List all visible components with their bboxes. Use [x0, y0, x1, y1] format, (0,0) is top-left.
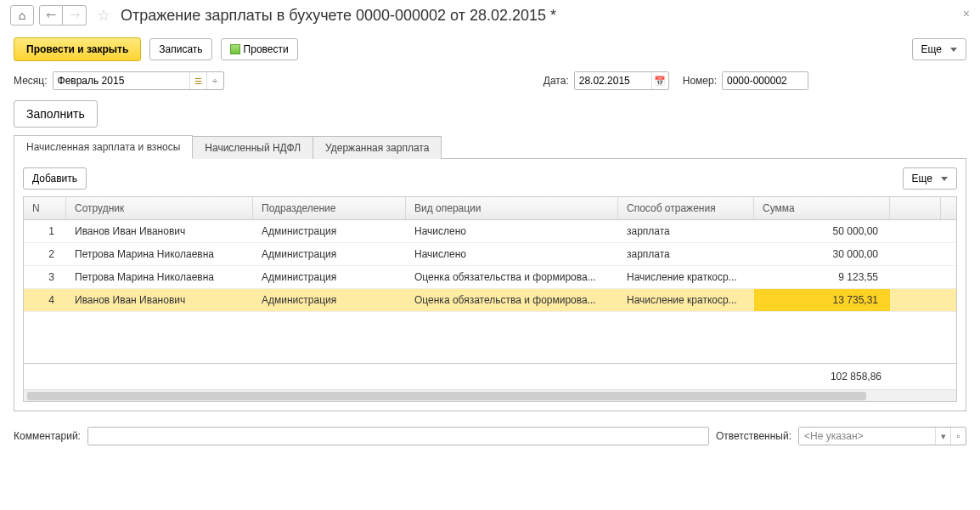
- cell-department: Администрация: [253, 243, 406, 265]
- cell-method: зарплата: [618, 220, 754, 242]
- back-button[interactable]: 🡐: [39, 5, 63, 26]
- number-label: Номер:: [683, 75, 717, 87]
- comment-input[interactable]: [87, 427, 709, 445]
- more-button[interactable]: Еще: [912, 38, 966, 60]
- comment-label: Комментарий:: [14, 430, 81, 442]
- table-row[interactable]: 1Иванов Иван ИвановичАдминистрацияНачисл…: [24, 220, 956, 243]
- cell-amount: 9 123,55: [754, 266, 890, 288]
- cell-department: Администрация: [253, 220, 406, 242]
- cell-department: Администрация: [253, 266, 406, 288]
- chevron-down-icon: [950, 48, 957, 52]
- home-icon: [19, 8, 25, 22]
- post-button[interactable]: Провести: [221, 38, 298, 60]
- col-method[interactable]: Способ отражения: [618, 197, 754, 219]
- tab-salary-contributions[interactable]: Начисленная зарплата и взносы: [14, 135, 193, 159]
- cell-n: 1: [24, 220, 66, 242]
- col-department[interactable]: Подразделение: [253, 197, 406, 219]
- cell-department: Администрация: [253, 289, 406, 311]
- page-title: Отражение зарплаты в бухучете 0000-00000…: [121, 7, 556, 25]
- salary-grid: N Сотрудник Подразделение Вид операции С…: [23, 196, 957, 402]
- cell-method: зарплата: [618, 243, 754, 265]
- col-employee[interactable]: Сотрудник: [66, 197, 253, 219]
- calendar-icon[interactable]: [651, 72, 668, 89]
- month-step-icon[interactable]: ÷: [206, 72, 223, 89]
- panel-more-button[interactable]: Еще: [903, 167, 957, 190]
- tab-ndfl[interactable]: Начисленный НДФЛ: [192, 136, 313, 159]
- table-row[interactable]: 4Иванов Иван ИвановичАдминистрацияОценка…: [24, 289, 956, 312]
- tab-panel: Добавить Еще N Сотрудник Подразделение В…: [14, 158, 966, 411]
- close-button[interactable]: ×: [963, 7, 970, 20]
- responsible-label: Ответственный:: [716, 430, 791, 442]
- date-label: Дата:: [544, 75, 569, 87]
- col-n[interactable]: N: [24, 197, 66, 219]
- post-label: Провести: [244, 43, 289, 55]
- month-input[interactable]: ÷: [53, 71, 224, 90]
- more-label: Еще: [921, 43, 942, 55]
- horizontal-scrollbar[interactable]: [24, 389, 956, 401]
- chevron-down-icon: [941, 177, 948, 181]
- month-picker-icon[interactable]: [189, 72, 206, 89]
- fill-button[interactable]: Заполнить: [14, 100, 98, 128]
- home-button[interactable]: [10, 5, 34, 26]
- table-row[interactable]: 3Петрова Марина НиколаевнаАдминистрацияО…: [24, 266, 956, 289]
- cell-method: Начисление краткоср...: [618, 266, 754, 288]
- month-label: Месяц:: [14, 75, 48, 87]
- open-ref-icon[interactable]: ▫: [950, 428, 966, 445]
- panel-more-label: Еще: [912, 173, 932, 184]
- responsible-select[interactable]: ▾ ▫: [798, 427, 966, 445]
- grid-total: 102 858,86: [754, 364, 890, 389]
- cell-employee: Петрова Марина Николаевна: [66, 266, 253, 288]
- grid-footer: 102 858,86: [24, 363, 956, 389]
- col-amount[interactable]: Сумма: [754, 197, 890, 219]
- grid-header: N Сотрудник Подразделение Вид операции С…: [24, 197, 956, 220]
- number-input[interactable]: [722, 71, 808, 90]
- col-operation[interactable]: Вид операции: [406, 197, 618, 219]
- favorite-star-icon[interactable]: ☆: [97, 6, 110, 25]
- tab-withheld[interactable]: Удержанная зарплата: [313, 136, 442, 159]
- cell-employee: Иванов Иван Иванович: [66, 220, 253, 242]
- add-row-button[interactable]: Добавить: [23, 167, 87, 190]
- cell-employee: Петрова Марина Николаевна: [66, 243, 253, 265]
- arrow-left-icon: 🡐: [46, 9, 56, 21]
- table-row[interactable]: 2Петрова Марина НиколаевнаАдминистрацияН…: [24, 243, 956, 266]
- save-button[interactable]: Записать: [149, 38, 211, 60]
- cell-n: 3: [24, 266, 66, 288]
- cell-operation: Начислено: [406, 220, 618, 242]
- post-icon: [230, 44, 240, 54]
- select-caret-icon[interactable]: ▾: [935, 428, 950, 445]
- forward-button[interactable]: 🡒: [63, 5, 87, 26]
- cell-n: 4: [24, 289, 66, 311]
- post-and-close-button[interactable]: Провести и закрыть: [14, 37, 141, 61]
- cell-employee: Иванов Иван Иванович: [66, 289, 253, 311]
- cell-amount: 13 735,31: [754, 289, 890, 311]
- col-extra[interactable]: [890, 197, 941, 219]
- cell-amount: 30 000,00: [754, 243, 890, 265]
- cell-operation: Оценка обязательства и формирова...: [406, 266, 618, 288]
- cell-method: Начисление краткоср...: [618, 289, 754, 311]
- cell-n: 2: [24, 243, 66, 265]
- cell-operation: Оценка обязательства и формирова...: [406, 289, 618, 311]
- arrow-right-icon: 🡒: [70, 9, 80, 21]
- cell-amount: 50 000,00: [754, 220, 890, 242]
- date-input[interactable]: [574, 71, 669, 90]
- cell-operation: Начислено: [406, 243, 618, 265]
